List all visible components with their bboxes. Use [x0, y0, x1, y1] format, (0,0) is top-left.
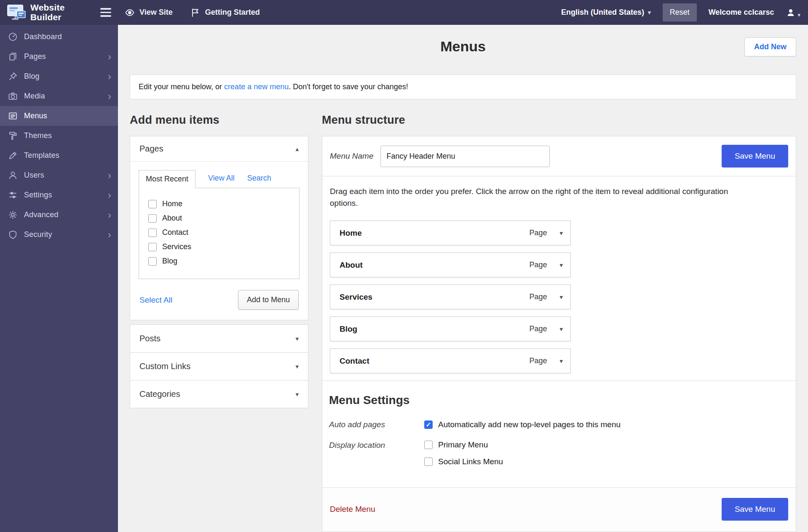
chevron-down-icon[interactable]: ▾ [559, 229, 563, 237]
page-checkbox-row-home[interactable]: Home [148, 200, 290, 208]
sidebar-item-menus[interactable]: Menus [0, 106, 118, 126]
pages-panel-header[interactable]: Pages ▴ [130, 136, 308, 161]
notice-text: Edit your menu below, or [139, 82, 224, 91]
custom-links-panel-header[interactable]: Custom Links ▾ [130, 353, 308, 380]
menu-item-home[interactable]: Home Page ▾ [330, 221, 571, 245]
chevron-right-icon: › [108, 210, 111, 220]
menu-structure-body: Drag each item into the order you prefer… [322, 176, 796, 487]
tab-search[interactable]: Search [247, 174, 271, 188]
caret-up-icon[interactable]: ▴ [295, 145, 299, 153]
tab-view-all[interactable]: View All [208, 174, 235, 188]
posts-panel-header[interactable]: Posts ▾ [130, 325, 308, 352]
posts-panel-title: Posts [139, 334, 161, 343]
caret-down-icon[interactable]: ▾ [295, 363, 299, 370]
sidebar-item-media[interactable]: Media › [0, 86, 118, 106]
sidebar-item-pages[interactable]: Pages › [0, 47, 118, 66]
welcome-text: Welcome cclcarsc [709, 8, 774, 17]
view-site-label: View Site [139, 8, 173, 17]
checkbox-icon[interactable] [148, 200, 157, 208]
getting-started-button[interactable]: Getting Started [190, 8, 260, 18]
menu-settings-section: Menu Settings Auto add pages Automatical… [322, 380, 796, 484]
person-icon [8, 170, 18, 180]
sidebar-item-label: Dashboard [24, 32, 62, 41]
menu-item-label: Home [340, 229, 362, 238]
menu-item-type: Page [529, 293, 547, 301]
sidebar-item-settings[interactable]: Settings › [0, 185, 118, 205]
primary-menu-option[interactable]: Primary Menu [424, 440, 503, 450]
sidebar-item-label: Users [24, 171, 44, 180]
tab-most-recent[interactable]: Most Recent [139, 170, 195, 188]
auto-add-pages-option[interactable]: Automatically add new top-level pages to… [424, 420, 621, 429]
chevron-down-icon[interactable]: ▾ [559, 357, 563, 365]
chevron-right-icon: › [108, 170, 111, 181]
collapsed-panels: Posts ▾ Custom Links ▾ Categories [130, 325, 308, 408]
person-icon [786, 8, 796, 18]
checkbox-icon[interactable] [148, 243, 157, 251]
camera-icon [8, 91, 18, 101]
categories-panel-header[interactable]: Categories ▾ [130, 380, 308, 408]
pages-icon [8, 52, 18, 61]
page-checkbox-row-services[interactable]: Services [148, 242, 290, 251]
sidebar-item-label: Themes [24, 131, 52, 140]
flag-icon [190, 8, 201, 18]
menu-item-type: Page [529, 261, 547, 269]
page-checkbox-row-contact[interactable]: Contact [148, 228, 290, 237]
menu-toggle-icon[interactable] [99, 4, 112, 21]
sidebar-item-advanced[interactable]: Advanced › [0, 205, 118, 225]
reset-button[interactable]: Reset [663, 3, 697, 21]
sidebar-item-templates[interactable]: Templates [0, 146, 118, 165]
caret-down-icon[interactable]: ▾ [295, 335, 299, 343]
chevron-down-icon[interactable]: ▾ [559, 325, 563, 333]
checkbox-icon[interactable] [424, 420, 433, 429]
checkbox-icon[interactable] [148, 257, 157, 266]
menu-item-blog[interactable]: Blog Page ▾ [330, 317, 571, 341]
menu-structure-footer: Delete Menu Save Menu [322, 487, 796, 532]
add-to-menu-button[interactable]: Add to Menu [238, 290, 299, 310]
select-all-link[interactable]: Select All [139, 295, 172, 305]
sidebar-item-blog[interactable]: Blog › [0, 66, 118, 86]
save-menu-button-bottom[interactable]: Save Menu [722, 498, 788, 521]
checkbox-label: Home [162, 200, 182, 208]
chevron-down-icon[interactable]: ▾ [559, 293, 563, 301]
menu-item-about[interactable]: About Page ▾ [330, 253, 571, 277]
chevron-down-icon[interactable]: ▾ [559, 261, 563, 269]
menu-item-services[interactable]: Services Page ▾ [330, 285, 571, 309]
add-new-button[interactable]: Add New [744, 37, 796, 56]
pages-actions: Select All Add to Menu [139, 290, 300, 310]
checkbox-icon[interactable] [424, 458, 433, 466]
save-menu-button-top[interactable]: Save Menu [722, 145, 788, 168]
menu-item-contact[interactable]: Contact Page ▾ [330, 348, 571, 373]
caret-down-icon[interactable]: ▾ [295, 391, 299, 398]
posts-panel: Posts ▾ [130, 325, 308, 353]
sidebar-item-security[interactable]: Security › [0, 225, 118, 245]
checkbox-label: Social Links Menu [438, 457, 503, 466]
shield-icon [8, 230, 18, 239]
social-links-menu-option[interactable]: Social Links Menu [424, 457, 503, 466]
caret-down-icon: ▾ [797, 12, 800, 18]
menu-name-input[interactable] [380, 146, 550, 167]
sidebar-item-dashboard[interactable]: Dashboard [0, 27, 118, 47]
page-checkbox-row-blog[interactable]: Blog [148, 257, 290, 266]
brand-name: Website Builder [30, 3, 65, 22]
checkbox-icon[interactable] [148, 229, 157, 237]
checkbox-icon[interactable] [148, 214, 157, 223]
menu-list-icon [8, 111, 18, 121]
sidebar-item-themes[interactable]: Themes [0, 126, 118, 146]
create-new-menu-link[interactable]: create a new menu [224, 82, 289, 91]
pages-panel-body: Most Recent View All Search Home Ab [130, 161, 308, 320]
view-site-button[interactable]: View Site [125, 8, 173, 18]
notice-bar: Edit your menu below, or create a new me… [130, 74, 796, 99]
add-menu-items-column: Add menu items Pages ▴ Most Recent View … [130, 99, 308, 408]
brand[interactable]: Website Builder [0, 0, 118, 25]
checkbox-icon[interactable] [424, 441, 433, 449]
language-selector[interactable]: English (United States) ▾ [561, 8, 651, 17]
custom-links-panel: Custom Links ▾ [130, 353, 308, 380]
auto-add-pages-row: Auto add pages Automatically add new top… [329, 420, 788, 429]
chevron-right-icon: › [108, 230, 111, 240]
page-checkbox-row-about[interactable]: About [148, 214, 290, 223]
sidebar-item-users[interactable]: Users › [0, 165, 118, 185]
delete-menu-link[interactable]: Delete Menu [330, 505, 375, 514]
account-menu[interactable]: ▾ [786, 8, 800, 18]
pages-checkbox-list: Home About Contact [139, 188, 300, 279]
checkbox-label: Contact [162, 228, 188, 237]
